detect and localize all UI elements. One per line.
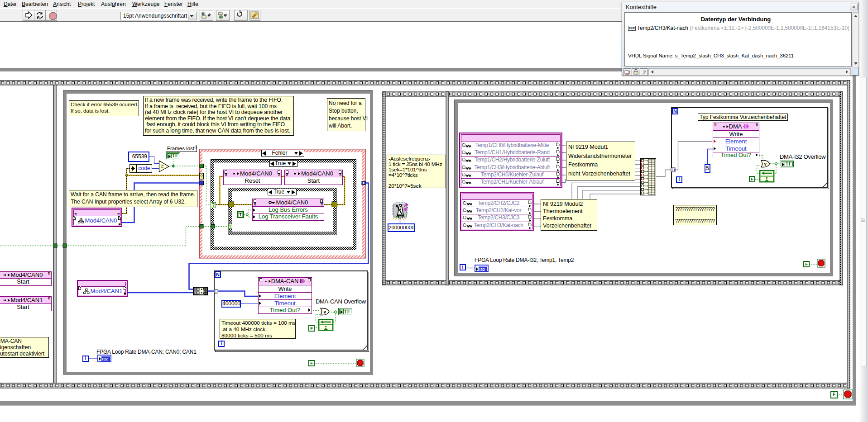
svg-text:=: = — [161, 164, 163, 169]
svg-text:v: v — [764, 161, 767, 166]
svg-text:?: ? — [643, 69, 646, 76]
svg-text:?: ? — [200, 174, 203, 179]
svg-text:v: v — [324, 309, 326, 314]
svg-text:I32: I32 — [102, 357, 108, 361]
svg-text:I32: I32 — [480, 267, 485, 272]
